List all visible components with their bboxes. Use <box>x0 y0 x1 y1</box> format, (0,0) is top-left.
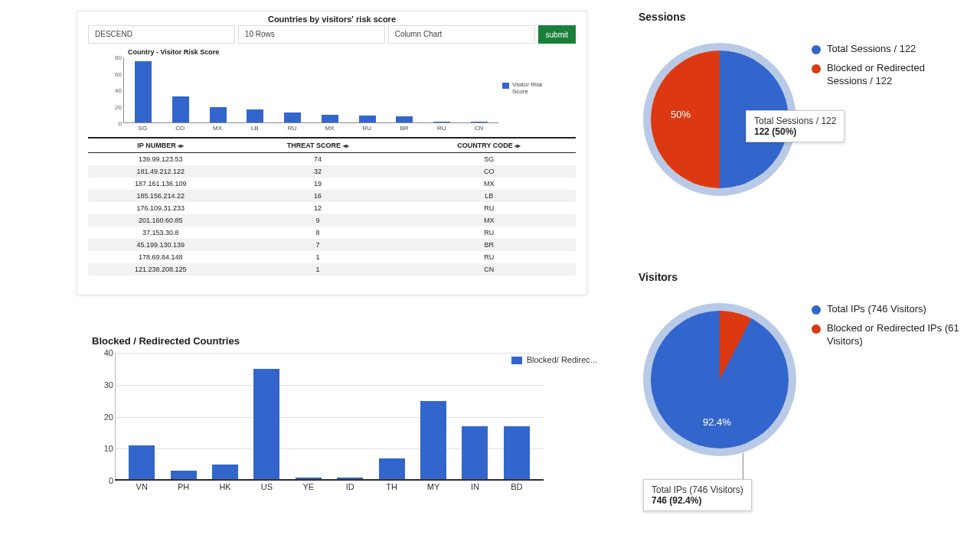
chart-type-select[interactable]: Column Chart <box>388 25 535 44</box>
sessions-section: Sessions 50% Total Sessions / 122 Blocke… <box>635 11 965 271</box>
x-tick: LB <box>240 125 270 134</box>
visitors-section: Visitors 92.4% Total IPs (746 Visitors) … <box>635 271 965 531</box>
x-axis-labels: SGCOMXLBRUMXRUBRRUCN <box>123 125 498 134</box>
legend-item[interactable]: Blocked or Redirected Sessions / 122 <box>827 62 965 88</box>
bar-area <box>123 57 498 123</box>
bar[interactable] <box>379 458 405 481</box>
bar[interactable] <box>247 109 263 122</box>
sessions-tooltip: Total Sessions / 122 122 (50%) <box>746 110 844 142</box>
x-tick: MX <box>203 125 233 134</box>
table-row[interactable]: 121.238.208.1251CN <box>88 263 576 276</box>
x-tick: US <box>246 482 287 494</box>
x-axis-labels: VNPHHKUSYEIDTHMYINBD <box>115 482 544 494</box>
rows-select[interactable]: 10 Rows <box>238 25 385 44</box>
sort-icon: ◂▸ <box>178 142 184 149</box>
risk-score-card: Countries by visitors' risk score DESCEN… <box>77 11 587 295</box>
block-chart-title: Blocked / Redirected Countries <box>92 335 597 347</box>
ip-table: IP NUMBER ◂▸ THREAT SCORE ◂▸ COUNTRY COD… <box>88 137 576 276</box>
x-tick: TH <box>371 482 412 494</box>
bar[interactable] <box>210 107 227 122</box>
mini-chart-legend: Visitor Risk Score <box>502 82 548 96</box>
legend-text: Blocked/ Redirec... <box>527 355 597 364</box>
y-axis-labels: 010203040 <box>93 353 113 481</box>
sort-icon: ◂▸ <box>343 142 349 149</box>
bar[interactable] <box>471 122 488 122</box>
bar[interactable] <box>129 445 155 481</box>
submit-button[interactable]: submit <box>538 25 576 44</box>
bar[interactable] <box>420 401 446 481</box>
legend-item[interactable]: Blocked or Redirected IPs (61 Visitors) <box>827 322 965 348</box>
x-tick: MX <box>315 125 345 134</box>
risk-score-bar-chart: 020406080 SGCOMXLBRUMXRUBRRUCN <box>123 57 498 134</box>
dot-icon <box>812 45 821 54</box>
dot-icon <box>812 64 821 73</box>
visitors-legend: Total IPs (746 Visitors) Blocked or Redi… <box>812 303 965 354</box>
sort-icon: ◂▸ <box>514 142 521 149</box>
x-tick: CO <box>165 125 195 134</box>
table-row[interactable]: 181.49.212.12232CO <box>88 165 576 178</box>
bar[interactable] <box>462 426 488 481</box>
col-ip[interactable]: IP NUMBER ◂▸ <box>88 139 234 153</box>
x-tick: BD <box>496 482 537 494</box>
x-tick: YE <box>288 482 329 494</box>
x-tick: MY <box>413 482 454 494</box>
visitors-title: Visitors <box>639 271 965 283</box>
legend-item[interactable]: Total IPs (746 Visitors) <box>827 303 926 316</box>
order-select[interactable]: DESCEND <box>88 25 235 44</box>
legend-text: Visitor Risk Score <box>512 82 548 96</box>
sessions-legend: Total Sessions / 122 Blocked or Redirect… <box>812 43 965 94</box>
table-row[interactable]: 139.99.123.5374SG <box>88 153 576 166</box>
y-axis-labels: 020406080 <box>106 57 122 134</box>
x-tick: PH <box>162 482 204 494</box>
x-tick: HK <box>204 482 246 494</box>
sessions-slice-label: 50% <box>671 109 691 120</box>
x-tick: RU <box>277 125 307 134</box>
x-tick: ID <box>329 482 371 494</box>
x-axis-line <box>115 479 544 481</box>
table-row[interactable]: 178.69.84.1481RU <box>88 251 576 263</box>
table-row[interactable]: 45.199.130.1397BR <box>88 239 576 251</box>
bar[interactable] <box>322 115 338 122</box>
col-threat[interactable]: THREAT SCORE ◂▸ <box>234 139 403 153</box>
blocked-countries-chart: Blocked / Redirected Countries 010203040… <box>92 335 597 511</box>
x-tick: CN <box>464 125 494 134</box>
x-tick: IN <box>454 482 495 494</box>
visitors-pie[interactable] <box>643 303 796 456</box>
table-row[interactable]: 176.109.31.23312RU <box>88 202 576 214</box>
bar[interactable] <box>396 116 413 122</box>
visitors-slice-label: 92.4% <box>703 416 731 428</box>
x-tick: RU <box>426 125 456 134</box>
card-controls: DESCEND 10 Rows Column Chart submit <box>77 25 586 48</box>
table-row[interactable]: 185.156.214.2216LB <box>88 190 576 202</box>
dot-icon <box>812 324 821 334</box>
dot-icon <box>812 305 821 315</box>
x-tick: RU <box>352 125 382 134</box>
bar[interactable] <box>135 61 152 122</box>
table-row[interactable]: 37.153.30.88RU <box>88 227 576 239</box>
bar[interactable] <box>212 465 238 481</box>
bar[interactable] <box>504 426 530 481</box>
table-row[interactable]: 201.160.60.859MX <box>88 214 576 227</box>
bar-area <box>115 353 544 481</box>
x-tick: SG <box>128 125 158 134</box>
legend-swatch <box>502 83 509 89</box>
bar[interactable] <box>433 122 450 122</box>
x-tick: VN <box>121 482 162 494</box>
col-country[interactable]: COUNTRY CODE ◂▸ <box>403 139 576 153</box>
legend-swatch <box>511 357 522 364</box>
legend-item[interactable]: Total Sessions / 122 <box>827 43 916 56</box>
visitors-tooltip: Total IPs (746 Visitors) 746 (92.4%) <box>643 479 752 511</box>
bar[interactable] <box>284 112 301 122</box>
sessions-title: Sessions <box>639 11 965 23</box>
table-row[interactable]: 187.161.136.10919MX <box>88 178 576 190</box>
bar[interactable] <box>253 369 279 481</box>
x-tick: BR <box>390 125 420 134</box>
block-chart-legend: Blocked/ Redirec... <box>511 355 597 364</box>
bar[interactable] <box>359 116 376 122</box>
mini-chart-title: Country - Visitor Risk Score <box>77 48 586 56</box>
bar[interactable] <box>172 96 189 122</box>
card-title: Countries by visitors' risk score <box>77 11 586 25</box>
